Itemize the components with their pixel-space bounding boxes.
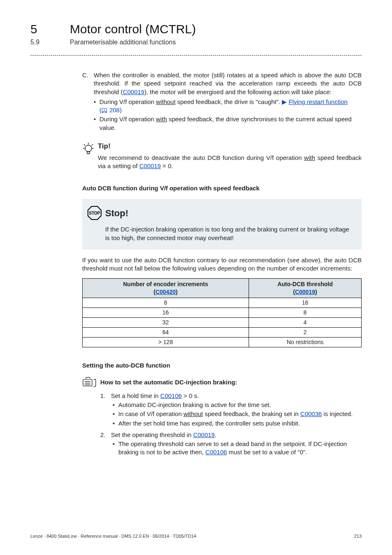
step-sub: •In case of V/f operation without speed … (113, 410, 362, 418)
th-label: Auto-DCB threshold (252, 280, 358, 288)
bullet-body: In case of V/f operation without speed f… (118, 410, 353, 418)
text: After the set hold time has expired, the… (118, 419, 300, 428)
bullet-dot: • (113, 410, 118, 418)
bullet-dot: • (94, 115, 99, 132)
text: During V/f operation (99, 116, 156, 123)
text-underline: without (183, 410, 203, 417)
step-sub: •The operating threshold can serve to se… (113, 440, 362, 457)
table-row: > 128No restrictions (83, 337, 362, 347)
stop-sign-icon: STOP (87, 206, 104, 220)
divider (30, 55, 362, 56)
text: We recommend to deactivate the auto DCB … (98, 154, 304, 161)
text-underline: with (156, 116, 167, 123)
bullet-body: During V/f operation with speed feedback… (99, 115, 362, 132)
stop-text: If the DC-injection braking operation is… (105, 225, 353, 242)
section-title: Parameterisable additional functions (70, 39, 176, 46)
link-c00420[interactable]: C00420 (155, 289, 175, 295)
page-footer: Lenze · 8400 StateLine · Reference manua… (30, 534, 362, 539)
cell: 16 (83, 308, 249, 318)
link-arrow-icon: ▶ (282, 98, 288, 105)
text: speed feedback, the drive is "caught". (175, 98, 282, 105)
chapter-title: Motor control (MCTRL) (70, 22, 196, 36)
encoder-table: Number of encoder increments (C00420) Au… (82, 278, 362, 347)
step-1: Set a hold time in C00106 > 0 s. •Automa… (100, 392, 362, 428)
bullet-body: During V/f operation without speed feedb… (99, 98, 348, 115)
text: Set the operating threshold in (111, 431, 193, 438)
cell: 16 (249, 298, 361, 308)
link-c00106[interactable]: C00106 (205, 449, 227, 456)
chapter-number: 5 (30, 22, 70, 36)
text: Set a hold time in (111, 392, 160, 399)
page-ref[interactable]: (🕮 208) (99, 106, 122, 113)
text: ), the motor will be energised and the f… (144, 88, 331, 95)
svg-text:STOP: STOP (89, 211, 100, 215)
text: Automatic DC-injection braking is active… (118, 401, 271, 409)
list-body: When the controller is enabled, the moto… (94, 71, 362, 96)
footer-page-number: 213 (354, 534, 362, 539)
table-row: 324 (83, 318, 362, 328)
tip-text: We recommend to deactivate the auto DCB … (98, 154, 362, 171)
bullet-dot: • (94, 98, 99, 115)
link-c00036[interactable]: C00036 (300, 410, 322, 417)
stop-label: Stop! (105, 207, 128, 220)
svg-line-3 (84, 144, 85, 146)
cell: 64 (83, 327, 249, 337)
th-label: Number of encoder increments (86, 280, 245, 288)
list-marker: C. (82, 71, 94, 96)
link-flying-restart[interactable]: Flying restart function (288, 98, 347, 105)
step-sub: •Automatic DC-injection braking is activ… (113, 401, 362, 409)
bullet-dot: • (113, 419, 118, 428)
paragraph: If you want to use the auto DCB function… (82, 256, 362, 273)
howto-row: How to set the automatic DC-injection br… (82, 376, 362, 388)
table-row: 168 (83, 308, 362, 318)
tip-label: Tip! (98, 142, 362, 151)
cell: No restrictions (249, 337, 361, 347)
keypad-hand-icon (82, 376, 100, 388)
chapter-header: 5 Motor control (MCTRL) (30, 22, 362, 36)
cell: 4 (249, 318, 361, 328)
text: speed feedback, the braking set in (203, 410, 300, 417)
svg-line-4 (92, 144, 93, 146)
text: must be set to a value of "0". (227, 449, 307, 456)
text: . (215, 431, 217, 438)
cell: 32 (83, 318, 249, 328)
howto-label: How to set the automatic DC-injection br… (100, 378, 237, 386)
stop-callout: STOP Stop! If the DC-injection braking o… (82, 199, 362, 250)
sub-bullet-2: • During V/f operation with speed feedba… (94, 115, 362, 132)
tip-block: Tip! We recommend to deactivate the auto… (82, 142, 362, 170)
step-2: Set the operating threshold in C00019. •… (100, 431, 362, 457)
svg-rect-1 (87, 152, 90, 154)
lightbulb-icon (82, 142, 98, 156)
section-number: 5.9 (30, 39, 70, 46)
text: > 0 s. (182, 392, 199, 399)
bullet-dot: • (113, 440, 118, 457)
text: During V/f operation (99, 98, 156, 105)
cell: 2 (249, 327, 361, 337)
text-underline: without (156, 98, 176, 105)
cell: > 128 (83, 337, 249, 347)
bullet-body: The operating threshold can serve to set… (118, 440, 362, 457)
svg-point-0 (85, 145, 92, 152)
footer-left: Lenze · 8400 StateLine · Reference manua… (30, 534, 196, 539)
text: In case of V/f operation (118, 410, 183, 417)
cell: 8 (83, 298, 249, 308)
link-c00106[interactable]: C00106 (160, 392, 182, 399)
section-header: 5.9 Parameterisable additional functions (30, 39, 362, 46)
link-c00019[interactable]: C00019 (295, 289, 315, 295)
bullet-dot: • (113, 401, 118, 409)
cell: 8 (249, 308, 361, 318)
table-row: 816 (83, 298, 362, 308)
step-sub: •After the set hold time has expired, th… (113, 419, 362, 428)
table-header-increments: Number of encoder increments (C00420) (83, 279, 249, 298)
link-c00019[interactable]: C00019 (193, 431, 215, 438)
list-item-c: C. When the controller is enabled, the m… (82, 71, 362, 96)
heading-setting-auto-dcb: Setting the auto-DCB function (82, 361, 362, 370)
link-c00019[interactable]: C00019 (139, 162, 161, 169)
steps-list: Set a hold time in C00106 > 0 s. •Automa… (100, 392, 362, 457)
heading-auto-dcb-feedback: Auto DCB function during V/f operation w… (82, 184, 362, 192)
sub-bullet-1: • During V/f operation without speed fee… (94, 98, 362, 115)
table-row: 642 (83, 327, 362, 337)
link-c00019[interactable]: C00019 (123, 88, 145, 95)
text: = 0. (161, 162, 173, 169)
text: is injected. (322, 410, 353, 417)
